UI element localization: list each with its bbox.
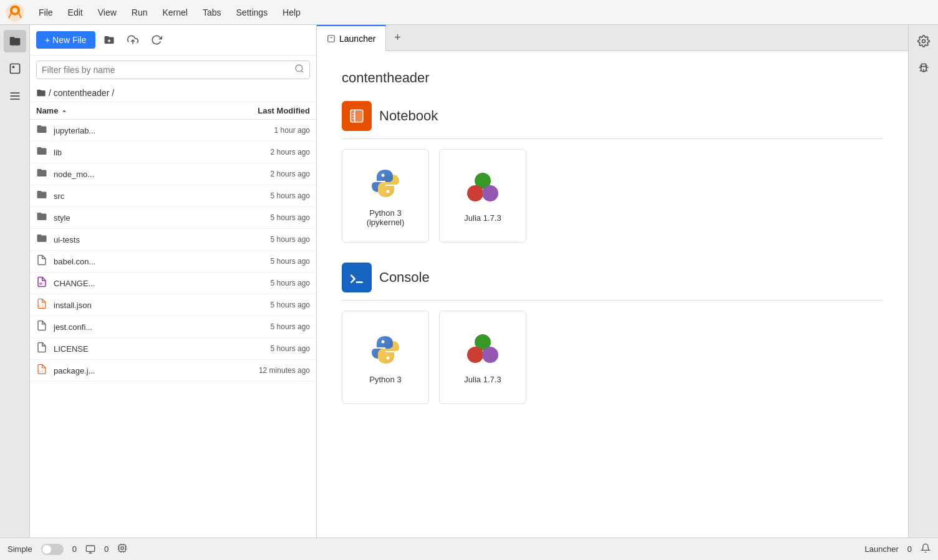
julia-logo-console — [464, 331, 501, 369]
console-section-title: Console — [379, 269, 430, 286]
menu-item-edit[interactable]: Edit — [62, 5, 89, 20]
file-list-item[interactable]: jupyterlab... 1 hour ago — [30, 120, 316, 142]
file-name: node_mo... — [54, 170, 223, 179]
python-logo-console — [367, 331, 404, 369]
file-list-item[interactable]: M CHANGE... 5 hours ago — [30, 273, 316, 294]
svg-rect-40 — [86, 546, 94, 551]
file-icon — [36, 145, 50, 159]
launcher-content: contentheader Notebook — [317, 51, 908, 560]
file-name: package.j... — [54, 366, 223, 375]
file-list-item[interactable]: {;} package.j... 12 minutes ago — [30, 360, 316, 382]
right-sidebar — [908, 25, 938, 560]
count1: 0 — [72, 544, 77, 554]
file-icon: {;} — [36, 298, 50, 312]
file-icon — [36, 189, 50, 203]
file-list-item[interactable]: lib 2 hours ago — [30, 142, 316, 163]
kernel-python3-notebook[interactable]: Python 3 (ipykernel) — [342, 149, 429, 243]
file-list-header: Name Last Modified — [30, 102, 316, 120]
file-icon — [36, 254, 50, 268]
activity-table[interactable] — [4, 85, 26, 107]
svg-text:{;}: {;} — [38, 304, 43, 307]
file-list: jupyterlab... 1 hour ago lib 2 hours ago… — [30, 120, 316, 560]
file-modified: 2 hours ago — [223, 170, 310, 178]
file-list-item[interactable]: babel.con... 5 hours ago — [30, 251, 316, 273]
svg-line-36 — [920, 70, 921, 72]
menu-item-settings[interactable]: Settings — [230, 5, 274, 20]
svg-rect-44 — [121, 547, 123, 549]
file-list-item[interactable]: jest.confi... 5 hours ago — [30, 316, 316, 338]
kernel-julia-console[interactable]: Julia 1.7.3 — [439, 311, 526, 404]
console-section-header: Console — [342, 263, 883, 301]
simple-toggle[interactable] — [41, 544, 64, 555]
bug-icon[interactable] — [912, 57, 935, 80]
file-name: lib — [54, 148, 223, 157]
kernel-python3-console-label: Python 3 — [369, 375, 401, 384]
svg-point-32 — [922, 40, 925, 43]
menu-item-kernel[interactable]: Kernel — [156, 5, 193, 20]
file-list-item[interactable]: ui-tests 5 hours ago — [30, 229, 316, 251]
svg-rect-16 — [351, 110, 363, 122]
menu-item-tabs[interactable]: Tabs — [196, 5, 228, 20]
file-name: CHANGE... — [54, 279, 223, 288]
svg-point-10 — [296, 65, 302, 72]
file-modified: 5 hours ago — [223, 235, 310, 244]
svg-line-11 — [301, 70, 303, 72]
upload-button[interactable] — [123, 30, 143, 50]
cpu-icon[interactable] — [117, 543, 127, 555]
file-name: src — [54, 191, 223, 201]
file-modified: 5 hours ago — [223, 279, 310, 287]
python-logo — [367, 165, 404, 202]
refresh-button[interactable] — [147, 30, 167, 50]
terminal-icon[interactable] — [85, 544, 95, 554]
launcher-tab[interactable]: Launcher — [317, 25, 386, 51]
file-list-item[interactable]: {;} install.json 5 hours ago — [30, 294, 316, 316]
kernel-julia-notebook[interactable]: Julia 1.7.3 — [439, 149, 526, 243]
notebook-icon — [342, 101, 372, 131]
bell-icon[interactable] — [921, 543, 931, 555]
julia-logo — [464, 170, 501, 207]
svg-point-24 — [467, 185, 483, 201]
activity-running[interactable] — [4, 57, 26, 80]
file-modified: 2 hours ago — [223, 148, 310, 157]
menu-item-file[interactable]: File — [32, 5, 59, 20]
svg-point-21 — [382, 174, 385, 177]
tab-add-button[interactable]: + — [386, 25, 409, 51]
notebook-section-title: Notebook — [379, 108, 438, 124]
settings-icon[interactable] — [912, 30, 935, 52]
svg-rect-3 — [12, 66, 14, 68]
svg-point-1 — [12, 7, 17, 12]
app-logo — [5, 2, 25, 22]
file-modified: 12 minutes ago — [223, 366, 310, 375]
file-list-item[interactable]: node_mo... 2 hours ago — [30, 163, 316, 185]
file-modified: 5 hours ago — [223, 301, 310, 309]
svg-point-25 — [482, 185, 498, 201]
launcher-status-count: 0 — [907, 544, 912, 554]
menu-item-view[interactable]: View — [92, 5, 123, 20]
kernel-julia-label: Julia 1.7.3 — [464, 213, 501, 223]
file-list-item[interactable]: style 5 hours ago — [30, 207, 316, 229]
activity-bar — [0, 25, 30, 560]
file-list-item[interactable]: LICENSE 5 hours ago — [30, 338, 316, 360]
new-file-button[interactable]: + New File — [36, 31, 95, 49]
file-list-item[interactable]: src 5 hours ago — [30, 185, 316, 207]
file-modified: 1 hour ago — [223, 126, 310, 135]
activity-files[interactable] — [4, 30, 26, 52]
breadcrumb: / contentheader / — [30, 84, 316, 102]
file-icon — [36, 342, 50, 355]
new-folder-button[interactable] — [99, 30, 119, 50]
svg-point-30 — [467, 347, 483, 363]
kernel-python3-console[interactable]: Python 3 — [342, 311, 429, 404]
file-toolbar: + New File — [30, 25, 316, 56]
launcher-title: contentheader — [342, 70, 883, 86]
svg-text:M: M — [39, 282, 43, 286]
console-kernels: Python 3 Julia 1.7.3 — [342, 311, 883, 404]
notebook-kernels: Python 3 (ipykernel) Julia 1.7.3 — [342, 149, 883, 243]
search-input[interactable] — [42, 65, 294, 75]
menu-item-help[interactable]: Help — [276, 5, 307, 20]
file-name: install.json — [54, 301, 223, 310]
file-modified: 5 hours ago — [223, 191, 310, 200]
search-bar[interactable] — [36, 60, 310, 79]
kernel-julia-console-label: Julia 1.7.3 — [464, 375, 501, 384]
count2: 0 — [104, 544, 109, 554]
menu-item-run[interactable]: Run — [125, 5, 154, 20]
